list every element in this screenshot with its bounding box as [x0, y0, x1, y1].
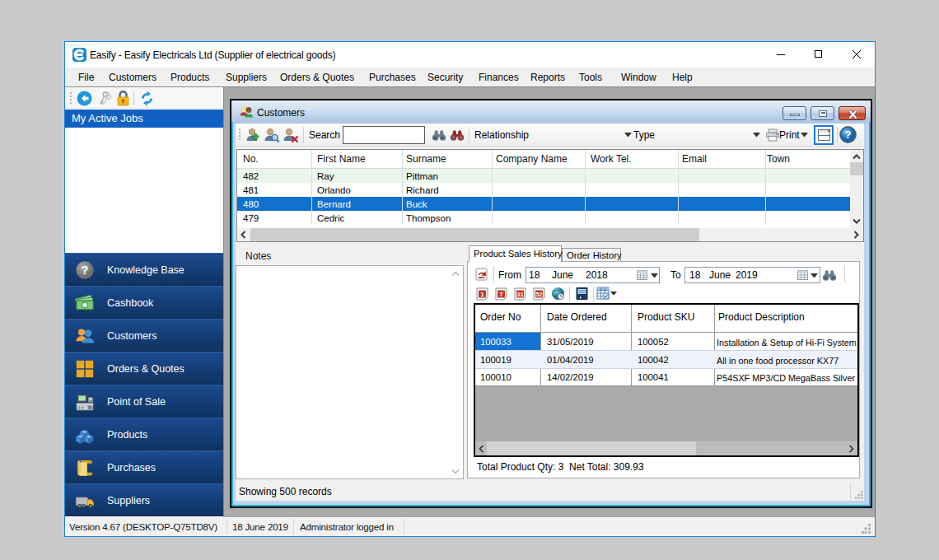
svg-text:?: ?: [845, 128, 852, 141]
svg-text:7: 7: [499, 291, 503, 298]
svg-text:?: ?: [82, 264, 89, 277]
svg-text:1: 1: [480, 291, 484, 298]
svg-text:52: 52: [536, 292, 543, 297]
svg-text:31: 31: [517, 292, 524, 297]
